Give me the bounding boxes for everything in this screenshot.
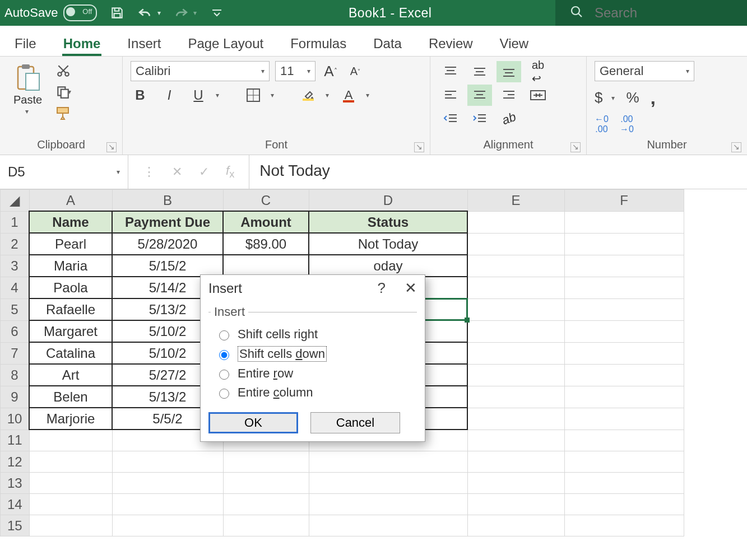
format-painter-icon[interactable] bbox=[51, 104, 76, 123]
underline-button[interactable]: U bbox=[189, 86, 208, 105]
dialog-launcher-icon[interactable]: ↘ bbox=[414, 142, 424, 152]
col-header-A[interactable]: A bbox=[29, 190, 112, 212]
orientation-icon[interactable]: ab bbox=[497, 108, 521, 129]
cell[interactable] bbox=[467, 255, 564, 277]
tab-page-layout[interactable]: Page Layout bbox=[187, 31, 265, 56]
cell[interactable] bbox=[564, 451, 684, 473]
chevron-down-icon[interactable]: ▾ bbox=[366, 91, 369, 99]
cell[interactable] bbox=[564, 342, 684, 364]
help-icon[interactable]: ? bbox=[378, 279, 386, 297]
cancel-formula-icon[interactable]: ✕ bbox=[172, 165, 182, 179]
cell[interactable] bbox=[223, 255, 309, 277]
dialog-launcher-icon[interactable]: ↘ bbox=[106, 142, 117, 152]
cell[interactable] bbox=[112, 473, 223, 494]
cell[interactable] bbox=[223, 473, 309, 494]
row-header[interactable]: 10 bbox=[1, 408, 30, 430]
copy-icon[interactable]: ▾ bbox=[51, 82, 76, 101]
cell[interactable] bbox=[467, 408, 564, 430]
option-entire-row[interactable]: Entire row bbox=[211, 364, 415, 383]
cut-icon[interactable] bbox=[51, 61, 76, 80]
cell[interactable]: Rafaelle bbox=[29, 298, 112, 320]
cell[interactable] bbox=[467, 277, 564, 298]
cell[interactable] bbox=[467, 211, 564, 233]
fx-icon[interactable]: fx bbox=[226, 164, 234, 180]
row-header[interactable]: 7 bbox=[1, 342, 30, 364]
option-shift-down[interactable]: Shift cells down bbox=[211, 344, 415, 364]
col-header-E[interactable]: E bbox=[467, 190, 564, 212]
cell[interactable] bbox=[467, 473, 564, 494]
cell[interactable] bbox=[564, 211, 684, 233]
select-all-corner[interactable]: ◢ bbox=[1, 190, 30, 212]
decrease-decimal-icon[interactable]: .00→0 bbox=[620, 114, 634, 134]
cell[interactable] bbox=[309, 451, 467, 473]
row-header[interactable]: 5 bbox=[1, 298, 30, 320]
formula-bar[interactable]: Not Today bbox=[249, 155, 747, 189]
row-header[interactable]: 6 bbox=[1, 320, 30, 342]
cell[interactable] bbox=[223, 515, 309, 536]
enter-formula-icon[interactable]: ✓ bbox=[199, 165, 209, 179]
cell[interactable] bbox=[564, 515, 684, 536]
cell[interactable] bbox=[564, 430, 684, 451]
row-header[interactable]: 9 bbox=[1, 386, 30, 408]
cell[interactable]: 5/15/2 bbox=[112, 255, 223, 277]
row-header[interactable]: 1 bbox=[1, 211, 30, 233]
percent-format-button[interactable]: % bbox=[626, 89, 639, 106]
cell[interactable]: 5/28/2020 bbox=[112, 233, 223, 255]
cell[interactable]: Payment Due bbox=[112, 211, 223, 233]
align-bottom-icon[interactable] bbox=[497, 61, 521, 82]
cell[interactable] bbox=[309, 473, 467, 494]
cell[interactable] bbox=[29, 473, 112, 494]
tab-data[interactable]: Data bbox=[372, 31, 403, 56]
comma-format-button[interactable]: , bbox=[651, 87, 656, 109]
bold-button[interactable]: B bbox=[131, 86, 150, 105]
chevron-down-icon[interactable]: ▾ bbox=[216, 91, 219, 99]
cell[interactable] bbox=[467, 515, 564, 536]
tab-home[interactable]: Home bbox=[62, 31, 102, 56]
cell[interactable] bbox=[112, 451, 223, 473]
cell[interactable] bbox=[467, 451, 564, 473]
cell[interactable] bbox=[564, 298, 684, 320]
cell[interactable] bbox=[564, 386, 684, 408]
cell[interactable] bbox=[467, 320, 564, 342]
decrease-font-icon[interactable]: A˅ bbox=[346, 62, 365, 81]
col-header-B[interactable]: B bbox=[112, 190, 223, 212]
row-header[interactable]: 15 bbox=[1, 515, 30, 536]
font-name-select[interactable]: Calibri▾ bbox=[131, 61, 270, 81]
cell[interactable] bbox=[564, 255, 684, 277]
cell[interactable]: Name bbox=[29, 211, 112, 233]
cell[interactable] bbox=[564, 473, 684, 494]
chevron-down-icon[interactable]: ▾ bbox=[157, 9, 161, 17]
cell[interactable] bbox=[467, 494, 564, 515]
cell[interactable]: Not Today bbox=[309, 233, 467, 255]
row-header[interactable]: 14 bbox=[1, 494, 30, 515]
cell[interactable] bbox=[223, 451, 309, 473]
cell[interactable] bbox=[467, 364, 564, 386]
cell[interactable] bbox=[467, 298, 564, 320]
row-header[interactable]: 11 bbox=[1, 430, 30, 451]
merge-center-icon[interactable] bbox=[526, 85, 550, 106]
name-box[interactable]: D5▾ bbox=[0, 155, 128, 189]
cell[interactable] bbox=[467, 233, 564, 255]
save-icon[interactable] bbox=[109, 5, 125, 21]
align-left-icon[interactable] bbox=[438, 85, 463, 106]
undo-icon[interactable] bbox=[137, 5, 153, 21]
row-header[interactable]: 3 bbox=[1, 255, 30, 277]
customize-qat-icon[interactable] bbox=[209, 5, 225, 21]
cell[interactable] bbox=[112, 515, 223, 536]
cell[interactable] bbox=[223, 494, 309, 515]
borders-button[interactable] bbox=[244, 86, 263, 105]
cell[interactable]: Margaret bbox=[29, 320, 112, 342]
search-box[interactable] bbox=[555, 0, 747, 26]
redo-icon[interactable] bbox=[173, 5, 189, 21]
cancel-button[interactable]: Cancel bbox=[310, 412, 400, 433]
cell[interactable]: Art bbox=[29, 364, 112, 386]
chevron-down-icon[interactable]: ▾ bbox=[271, 91, 274, 99]
dialog-launcher-icon[interactable]: ↘ bbox=[731, 142, 741, 152]
align-center-icon[interactable] bbox=[467, 85, 492, 106]
fill-color-button[interactable] bbox=[299, 86, 318, 105]
cell[interactable] bbox=[467, 386, 564, 408]
close-icon[interactable]: ✕ bbox=[405, 279, 417, 297]
italic-button[interactable]: I bbox=[160, 86, 179, 105]
cell[interactable]: Marjorie bbox=[29, 408, 112, 430]
cell[interactable]: Paola bbox=[29, 277, 112, 298]
